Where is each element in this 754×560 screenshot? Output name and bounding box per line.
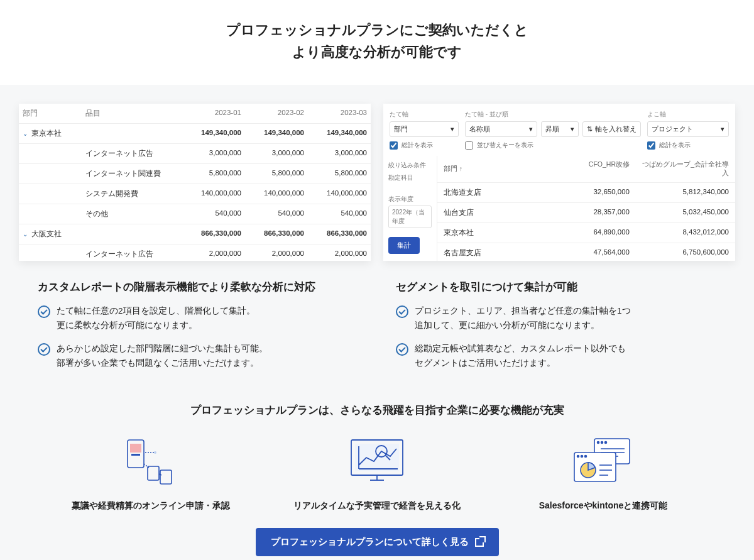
- tile-integration: Salesforceやkintoneと連携可能: [490, 432, 716, 512]
- svg-point-16: [601, 442, 603, 444]
- hero-line2: より高度な分析が可能です: [0, 41, 754, 63]
- select-sort-key[interactable]: 名称順▾: [465, 121, 537, 137]
- tile-caption: 稟議や経費精算のオンライン申請・承認: [38, 500, 264, 512]
- label-tate: たて軸: [390, 110, 459, 119]
- col-m1: 2023-01: [182, 104, 245, 123]
- label-account: 勘定科目: [388, 173, 432, 182]
- select-sort-order[interactable]: 昇順▾: [541, 121, 579, 137]
- feature-point: 総勘定元帳や試算表など、カスタムレポート以外でも セグメントはご活用いただけます…: [415, 342, 626, 371]
- chevron-down-icon[interactable]: ⌄: [23, 130, 28, 137]
- label-sort: たて軸 - 並び順: [465, 110, 641, 119]
- rt-col-c2: つばめグループ_会計全社導入: [636, 156, 735, 182]
- cta-label: プロフェッショナルプランについて詳しく見る: [271, 536, 469, 548]
- svg-point-15: [598, 442, 599, 444]
- integration-icon: [490, 432, 716, 490]
- feature-custom-report: カスタムレポートの階層表示機能でより柔軟な分析に対応 たて軸に任意の2項目を設定…: [38, 280, 358, 380]
- rt-col-c1: CFO_HR改修: [537, 156, 636, 182]
- chk-total-left[interactable]: [390, 141, 398, 150]
- label-yoko: よこ軸: [647, 110, 729, 119]
- tile-budget: リアルタイムな予実管理で経営を見える化: [264, 432, 490, 512]
- tile-workflow: 稟議や経費精算のオンライン申請・承認: [38, 432, 264, 512]
- table-row: インターネット関連費5,800,0005,800,0005,800,000: [19, 164, 371, 184]
- check-icon: [396, 343, 408, 356]
- table-row: システム開発費140,000,000140,000,000140,000,000: [19, 184, 371, 204]
- table-row: 東京本社64,890,0008,432,012,000: [437, 223, 735, 243]
- table-row: ⌄大阪支社866,330,000866,330,000866,330,000: [19, 224, 371, 244]
- chk-total-right[interactable]: [647, 141, 655, 150]
- chevron-down-icon[interactable]: ⌄: [23, 231, 28, 238]
- select-year[interactable]: 2022年（当年度: [388, 206, 432, 228]
- svg-point-17: [605, 442, 607, 444]
- table-row: 名古屋支店47,564,0006,750,600,000: [437, 243, 735, 261]
- svg-point-3: [154, 451, 156, 454]
- feature-point: たて軸に任意の2項目を設定し、階層化して集計。 更に柔軟な分析が可能になります。: [57, 304, 255, 333]
- table-row: 仙台支店28,357,0005,032,450,000: [437, 203, 735, 223]
- workflow-icon: [38, 432, 264, 490]
- subheading: プロフェッショナルプランは、さらなる飛躍を目指す企業に必要な機能が充実: [0, 404, 754, 417]
- feature-title: カスタムレポートの階層表示機能でより柔軟な分析に対応: [38, 280, 358, 294]
- svg-rect-4: [148, 466, 159, 480]
- check-icon: [38, 343, 50, 356]
- feature-point: プロジェクト、エリア、担当者など任意の集計軸を1つ 追加して、更に細かい分析が可…: [415, 304, 631, 333]
- col-item: 品目: [82, 104, 182, 123]
- table-row: インターネット広告2,000,0002,000,0002,000,000: [19, 244, 371, 261]
- feature-title: セグメントを取引につけて集計が可能: [396, 280, 716, 294]
- svg-point-23: [581, 456, 583, 458]
- label-filter: 絞り込み条件: [388, 161, 432, 170]
- select-yoko-axis[interactable]: プロジェクト▾: [647, 121, 729, 137]
- feature-point: あらかじめ設定した部門階層に紐づいた集計も可能。 部署が多い企業でも問題なくご活…: [57, 342, 268, 371]
- col-m3: 2023-03: [308, 104, 371, 123]
- label-year: 表示年度: [388, 195, 432, 204]
- table-row: ⌄東京本社149,340,000149,340,000149,340,000: [19, 124, 371, 144]
- external-link-icon: [475, 538, 484, 547]
- svg-rect-2: [131, 454, 140, 456]
- svg-rect-1: [130, 444, 141, 453]
- check-icon: [396, 305, 408, 318]
- chart-monitor-icon: [264, 432, 490, 490]
- table-row: 北海道支店32,650,0005,812,340,000: [437, 183, 735, 203]
- tile-caption: Salesforceやkintoneと連携可能: [490, 500, 716, 512]
- swap-axis-button[interactable]: ⇅軸を入れ替え: [582, 121, 641, 137]
- custom-report-preview: 部門 品目 2023-01 2023-02 2023-03 ⌄東京本社149,3…: [19, 104, 371, 261]
- cta-learn-more[interactable]: プロフェッショナルプランについて詳しく見る: [256, 528, 499, 556]
- rt-col-dept[interactable]: 部門 ↑: [437, 156, 537, 182]
- aggregate-button[interactable]: 集計: [388, 237, 420, 254]
- svg-rect-5: [160, 470, 172, 484]
- chk-show-sortkey[interactable]: [465, 141, 473, 150]
- table-row: インターネット広告3,000,0003,000,0003,000,000: [19, 144, 371, 164]
- col-m2: 2023-02: [245, 104, 308, 123]
- tile-caption: リアルタイムな予実管理で経営を見える化: [264, 500, 490, 512]
- svg-point-24: [585, 456, 587, 458]
- select-tate-axis[interactable]: 部門▾: [390, 121, 459, 137]
- svg-point-22: [577, 456, 579, 458]
- check-icon: [38, 305, 50, 318]
- feature-segment: セグメントを取引につけて集計が可能 プロジェクト、エリア、担当者など任意の集計軸…: [396, 280, 716, 380]
- segment-report-preview: たて軸 部門▾ 総計を表示 たて軸 - 並び順 名称順▾ 昇順▾ ⇅軸を入れ替え…: [383, 104, 735, 261]
- hero-heading: プロフェッショナルプランにご契約いただくと より高度な分析が可能です: [0, 0, 754, 85]
- col-dept: 部門: [19, 104, 82, 123]
- hero-line1: プロフェッショナルプランにご契約いただくと: [0, 19, 754, 41]
- table-row: その他540,000540,000540,000: [19, 204, 371, 224]
